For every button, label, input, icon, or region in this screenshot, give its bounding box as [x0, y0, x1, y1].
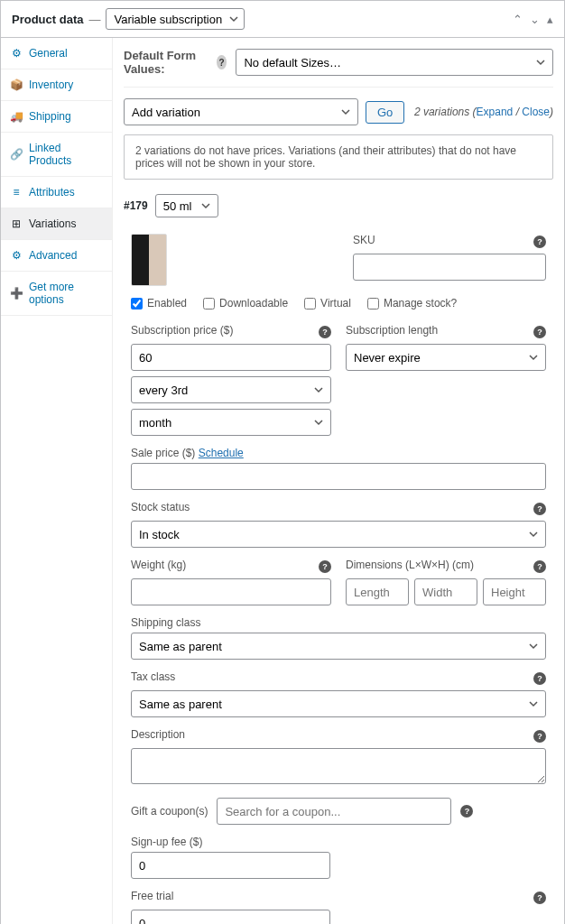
subscription-length-select[interactable]: Never expire: [346, 344, 546, 371]
panel-title: Product data: [12, 13, 83, 26]
tax-class-label: Tax class: [131, 670, 175, 683]
sidebar-item-label: Linked Products: [29, 142, 103, 167]
signup-fee-input[interactable]: [131, 852, 330, 879]
add-variation-select[interactable]: Add variation: [124, 98, 358, 125]
gear-icon: ⚙: [10, 249, 23, 262]
manage-stock-checkbox[interactable]: Manage stock?: [367, 297, 457, 310]
free-trial-input[interactable]: [131, 910, 330, 924]
subscription-period-select[interactable]: month: [131, 409, 331, 436]
help-icon[interactable]: ?: [533, 326, 546, 338]
downloadable-checkbox[interactable]: Downloadable: [203, 297, 288, 310]
chevron-up-icon[interactable]: ⌃: [513, 13, 523, 26]
description-label: Description: [131, 728, 185, 741]
gift-coupon-input[interactable]: [217, 798, 451, 825]
virtual-checkbox[interactable]: Virtual: [304, 297, 351, 310]
weight-label: Weight (kg): [131, 559, 186, 571]
signup-fee-label: Sign-up fee ($): [131, 836, 330, 848]
sidebar-item-label: Inventory: [29, 79, 73, 91]
help-icon[interactable]: ?: [533, 730, 546, 743]
sidebar-item-linked[interactable]: 🔗Linked Products: [1, 133, 112, 177]
subscription-length-label: Subscription length: [346, 324, 438, 337]
tax-class-select[interactable]: Same as parent: [131, 690, 546, 717]
close-link[interactable]: Close: [522, 106, 550, 118]
height-input[interactable]: [483, 578, 546, 605]
help-icon[interactable]: ?: [217, 55, 227, 69]
plus-icon: ➕: [10, 287, 23, 300]
gear-icon: ⚙: [10, 47, 23, 60]
default-form-values-label: Default Form Values:: [124, 49, 208, 76]
variation-size-select-179[interactable]: 50 ml: [155, 194, 218, 217]
chevron-down-icon[interactable]: ⌄: [530, 13, 540, 26]
subscription-price-input[interactable]: [131, 344, 331, 371]
collapse-icon[interactable]: ▴: [547, 13, 553, 26]
dimensions-label: Dimensions (L×W×H) (cm): [346, 559, 474, 571]
title-separator: —: [88, 13, 100, 26]
sidebar-item-label: Variations: [29, 217, 76, 230]
weight-input[interactable]: [131, 578, 331, 605]
sidebar-item-label: Advanced: [29, 249, 77, 262]
list-icon: ≡: [10, 186, 23, 199]
sidebar-item-label: Get more options: [29, 281, 103, 306]
sidebar: ⚙General 📦Inventory 🚚Shipping 🔗Linked Pr…: [1, 38, 113, 924]
variation-id-179: #179: [124, 199, 148, 212]
sku-label: SKU: [353, 234, 375, 246]
price-warning-notice: 2 variations do not have prices. Variati…: [124, 134, 553, 180]
sidebar-item-label: Shipping: [29, 110, 71, 123]
help-icon[interactable]: ?: [533, 672, 546, 685]
shipping-class-select[interactable]: Same as parent: [131, 633, 546, 660]
description-textarea[interactable]: [131, 748, 546, 784]
help-icon[interactable]: ?: [460, 805, 473, 818]
product-type-select[interactable]: Variable subscription: [106, 8, 245, 30]
product-thumbnail[interactable]: [131, 234, 167, 286]
help-icon[interactable]: ?: [319, 326, 331, 338]
help-icon[interactable]: ?: [533, 892, 546, 904]
stock-status-select[interactable]: In stock: [131, 521, 546, 548]
subscription-interval-select[interactable]: every 3rd: [131, 376, 331, 403]
box-icon: 📦: [10, 79, 23, 91]
variations-summary: 2 variations (Expand / Close): [414, 106, 553, 118]
link-icon: 🔗: [10, 148, 23, 161]
sidebar-item-variations[interactable]: ⊞Variations: [1, 208, 112, 240]
sidebar-item-label: General: [29, 47, 68, 60]
sale-price-input[interactable]: [131, 463, 546, 490]
help-icon[interactable]: ?: [533, 560, 546, 573]
subscription-price-label: Subscription price ($): [131, 324, 233, 337]
default-size-select[interactable]: No default Sizes…: [236, 49, 553, 76]
gift-coupon-label: Gift a coupon(s): [131, 805, 208, 818]
grid-icon: ⊞: [10, 217, 23, 230]
schedule-link[interactable]: Schedule: [199, 447, 244, 459]
sidebar-item-attributes[interactable]: ≡Attributes: [1, 177, 112, 208]
help-icon[interactable]: ?: [319, 560, 331, 573]
stock-status-label: Stock status: [131, 501, 190, 513]
sidebar-item-label: Attributes: [29, 186, 75, 199]
sku-input[interactable]: [353, 254, 546, 281]
sale-price-label: Sale price ($) Schedule: [131, 447, 546, 459]
help-icon[interactable]: ?: [533, 503, 546, 515]
sidebar-item-inventory[interactable]: 📦Inventory: [1, 69, 112, 101]
length-input[interactable]: [346, 578, 409, 605]
enabled-checkbox[interactable]: Enabled: [131, 297, 187, 310]
sidebar-item-advanced[interactable]: ⚙Advanced: [1, 240, 112, 272]
sidebar-item-general[interactable]: ⚙General: [1, 38, 112, 69]
variations-count: 2 variations: [414, 106, 469, 118]
shipping-class-label: Shipping class: [131, 616, 546, 629]
go-button[interactable]: Go: [366, 101, 404, 124]
expand-link[interactable]: Expand: [477, 106, 514, 118]
sidebar-item-shipping[interactable]: 🚚Shipping: [1, 101, 112, 133]
help-icon[interactable]: ?: [533, 236, 546, 248]
sidebar-item-more[interactable]: ➕Get more options: [1, 272, 112, 316]
truck-icon: 🚚: [10, 110, 23, 123]
free-trial-label: Free trial: [131, 890, 173, 902]
width-input[interactable]: [414, 578, 477, 605]
